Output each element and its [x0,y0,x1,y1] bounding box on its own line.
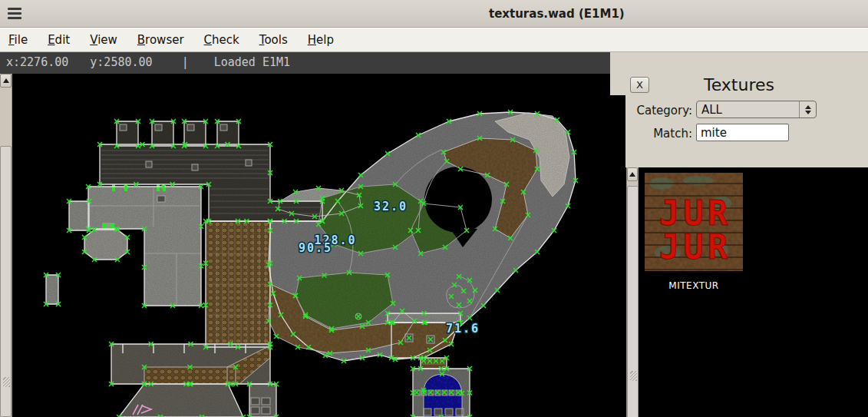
cursor-x-coordinate: x:2276.00 [6,55,68,69]
status-message: Loaded E1M1 [214,55,290,69]
titlebar: texturas.wad (E1M1) [0,0,868,28]
cursor-y-coordinate: y:2580.00 [90,55,152,69]
scroll-up-icon[interactable] [0,74,12,88]
statusbar: x:2276.00 y:2580.00 | Loaded E1M1 [0,52,610,74]
menu-tools[interactable]: Tools [252,28,295,51]
spinner-icon[interactable] [799,101,816,117]
map-canvas[interactable]: 32.0 128.0 90.5 71.6 [0,74,610,417]
measure-label: 90.5 [299,241,332,255]
texture-thumbnail: JUR JUR [645,173,743,271]
browser-header: X Textures Category: ALL Match: [610,74,868,167]
menu-browser[interactable]: Browser [130,28,191,51]
window-title: texturas.wad (E1M1) [489,7,625,21]
map-scrollbar-thumb[interactable] [0,146,12,417]
map-vertical-scrollbar[interactable] [0,74,12,417]
menubar: File Edit View Browser Check Tools Help [0,28,868,52]
status-separator: | [182,55,189,69]
measure-label: 32.0 [374,200,408,213]
measure-label: 71.6 [446,322,480,336]
match-input[interactable] [696,124,789,141]
doom-map[interactable]: 32.0 128.0 90.5 71.6 [12,74,610,417]
status-filler [610,52,868,74]
browser-scrollbar-thumb[interactable] [627,186,639,417]
category-value: ALL [697,103,799,117]
match-label: Match: [610,127,692,141]
category-label: Category: [610,104,692,117]
texture-name: MITEXTUR [645,280,743,291]
map-sectors [46,112,576,417]
menu-edit[interactable]: Edit [41,28,77,51]
browser-vertical-scrollbar[interactable] [626,167,639,417]
menu-check[interactable]: Check [197,28,246,51]
texture-browser-panel: X Textures Category: ALL Match: [610,74,868,417]
scroll-up-icon[interactable] [627,167,638,181]
status-row: x:2276.00 y:2580.00 | Loaded E1M1 [0,52,868,74]
browser-title: Textures [610,75,868,94]
menu-help[interactable]: Help [301,28,341,51]
hamburger-icon[interactable] [8,8,21,19]
texture-overlay-text: JUR [659,227,731,266]
texture-result-item[interactable]: JUR JUR MITEXTUR [645,173,743,291]
texture-list[interactable]: JUR JUR MITEXTUR [610,167,868,417]
menu-view[interactable]: View [83,28,124,51]
app-window: texturas.wad (E1M1) File Edit View Brows… [0,0,868,417]
menu-file[interactable]: File [2,28,35,51]
category-select[interactable]: ALL [696,101,817,118]
